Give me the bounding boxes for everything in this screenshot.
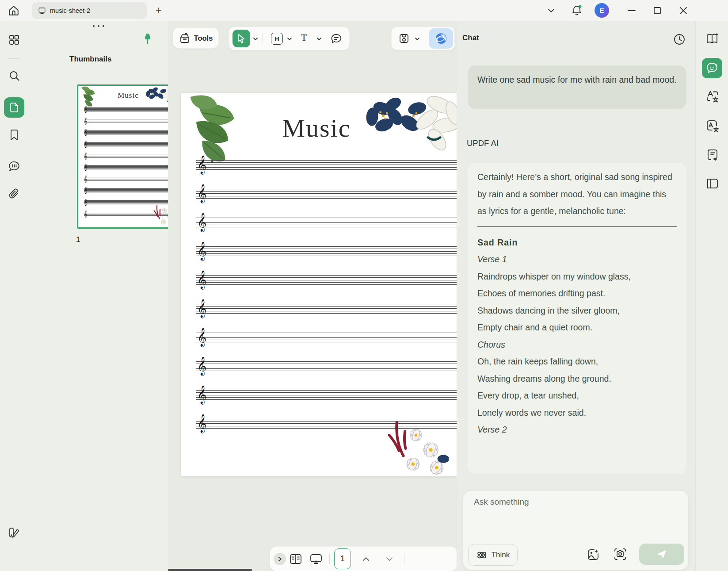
lyric-line: Echoes of memories drifting past. <box>477 285 677 302</box>
close-button[interactable] <box>678 5 689 16</box>
comments-button[interactable] <box>7 159 21 173</box>
notification-dot <box>579 5 582 8</box>
thumbnails-panel: Thumbnails Music 𝄞𝄞𝄞𝄞𝄞𝄞𝄞𝄞𝄞𝄞 1 ⋯ <box>30 21 168 571</box>
insert-image-button[interactable] <box>585 547 601 563</box>
lyric-section-heading: Chorus <box>477 336 677 353</box>
pager-divider <box>404 554 404 564</box>
booklet-button[interactable] <box>705 176 720 191</box>
swatches-button[interactable] <box>6 525 21 540</box>
ai-chat-button[interactable] <box>702 58 722 78</box>
page-thumbnail[interactable]: Music 𝄞𝄞𝄞𝄞𝄞𝄞𝄞𝄞𝄞𝄞 <box>77 84 179 229</box>
annotate-toolbar-group: H T <box>229 27 350 50</box>
grid-menu-button[interactable] <box>8 33 21 46</box>
camera-scan-icon <box>613 547 627 561</box>
summarize-button[interactable] <box>705 148 720 163</box>
send-button[interactable] <box>639 544 684 565</box>
treble-clef: 𝄞 <box>197 272 206 287</box>
treble-clef: 𝄞 <box>84 129 87 135</box>
screenshot-button[interactable] <box>612 546 629 563</box>
tab-label: music-sheet-2 <box>50 7 90 14</box>
chevron-down-icon[interactable] <box>253 37 258 41</box>
treble-clef: 𝄞 <box>197 387 206 402</box>
thumbnails-panel-button[interactable] <box>4 97 24 118</box>
current-page-box[interactable]: 1 <box>334 548 351 569</box>
staff-system: 𝄞 <box>196 160 457 170</box>
think-toggle-button[interactable]: Think <box>468 544 518 566</box>
chevron-down-icon[interactable] <box>415 37 420 41</box>
horizontal-scrollbar[interactable] <box>168 569 252 571</box>
lyric-line: Shadows dancing in the silver gloom, <box>477 302 677 319</box>
thumbnail-staff: 𝄞 <box>84 188 175 192</box>
comment-tool-button[interactable] <box>330 32 343 46</box>
tools-box-icon <box>179 32 191 44</box>
new-tab-button[interactable]: + <box>153 4 164 16</box>
highlight-letter: H <box>274 35 279 42</box>
thumbnail-staff: 𝄞 <box>84 177 175 181</box>
pager-divider <box>329 554 330 564</box>
paperclip-icon <box>8 188 20 200</box>
lyric-line: Washing dreams along the ground. <box>477 370 677 387</box>
chevron-down-icon[interactable] <box>316 37 322 41</box>
highlight-tool-button[interactable]: H <box>271 33 283 45</box>
presentation-button[interactable] <box>305 552 327 567</box>
updf-ai-button[interactable] <box>429 28 453 49</box>
document-tab[interactable]: music-sheet-2 <box>32 2 147 19</box>
save-button[interactable] <box>398 32 410 45</box>
panel-drag-handle[interactable] <box>93 25 104 27</box>
read-mode-button[interactable] <box>705 32 720 46</box>
text-tool-button[interactable]: T <box>301 32 307 43</box>
treble-clef: 𝄞 <box>84 106 87 112</box>
thumbnail-staff: 𝄞 <box>84 165 175 169</box>
monitor-icon <box>38 7 46 15</box>
search-icon <box>8 70 20 82</box>
lyric-line: Raindrops whisper on my window glass, <box>477 268 677 285</box>
translate-page-button[interactable] <box>705 119 720 134</box>
avatar[interactable]: E <box>595 3 609 18</box>
assistant-intro: Certainly! Here’s a short, original sad … <box>477 169 677 220</box>
staff-system: 𝄞 <box>196 333 457 342</box>
next-page-button[interactable] <box>378 552 400 567</box>
pin-panel-button[interactable] <box>141 32 154 46</box>
song-lyrics: Verse 1Raindrops whisper on my window gl… <box>477 251 677 438</box>
bookmarks-button[interactable] <box>8 128 21 142</box>
collapse-pager-button[interactable] <box>274 553 286 565</box>
chat-input-card[interactable]: Ask something Think <box>463 491 688 570</box>
ai-chat-icon <box>705 61 719 75</box>
swatches-icon <box>7 526 20 540</box>
chevron-down-icon[interactable] <box>287 37 292 41</box>
document-page: Music 𝄞𝄞𝄞𝄞𝄞𝄞𝄞𝄞𝄞𝄞 <box>181 93 457 476</box>
chat-history-button[interactable] <box>672 32 686 46</box>
page-title: Music <box>282 113 351 143</box>
staff-system: 𝄞 <box>196 246 457 256</box>
close-icon <box>679 7 687 15</box>
notifications-button[interactable] <box>571 4 583 18</box>
maximize-icon <box>653 7 661 15</box>
attachments-button[interactable] <box>7 187 21 201</box>
maximize-button[interactable] <box>652 5 663 16</box>
translate-button[interactable] <box>705 89 720 104</box>
staff-system: 𝄞 <box>196 361 457 371</box>
search-button[interactable] <box>8 69 21 82</box>
assistant-name: UPDF AI <box>467 138 499 148</box>
current-page-number: 1 <box>340 554 345 563</box>
select-tool-button[interactable] <box>233 30 250 47</box>
treble-clef: 𝄞 <box>197 214 206 230</box>
user-message-bubble: Write one sad music for me with rain and… <box>468 65 686 109</box>
summarize-sparkle-icon <box>705 148 720 162</box>
treble-clef: 𝄞 <box>84 153 87 159</box>
home-button[interactable] <box>7 4 20 17</box>
previous-page-button[interactable] <box>354 552 378 567</box>
send-icon <box>656 548 667 560</box>
tools-button[interactable]: Tools <box>173 27 219 49</box>
staff-system: 𝄞 <box>196 390 457 400</box>
treble-clef: 𝄞 <box>84 199 87 205</box>
thumbnails-title: Thumbnails <box>69 55 111 64</box>
treble-clef: 𝄞 <box>197 358 206 374</box>
thumbnail-page-number: 1 <box>76 235 80 244</box>
minimize-button[interactable] <box>626 5 637 16</box>
save-icon <box>398 33 410 44</box>
tools-label: Tools <box>194 34 213 42</box>
lyric-section-heading: Verse 1 <box>477 251 677 268</box>
two-page-view-button[interactable] <box>286 552 305 567</box>
titlebar-dropdown-button[interactable] <box>546 5 556 16</box>
